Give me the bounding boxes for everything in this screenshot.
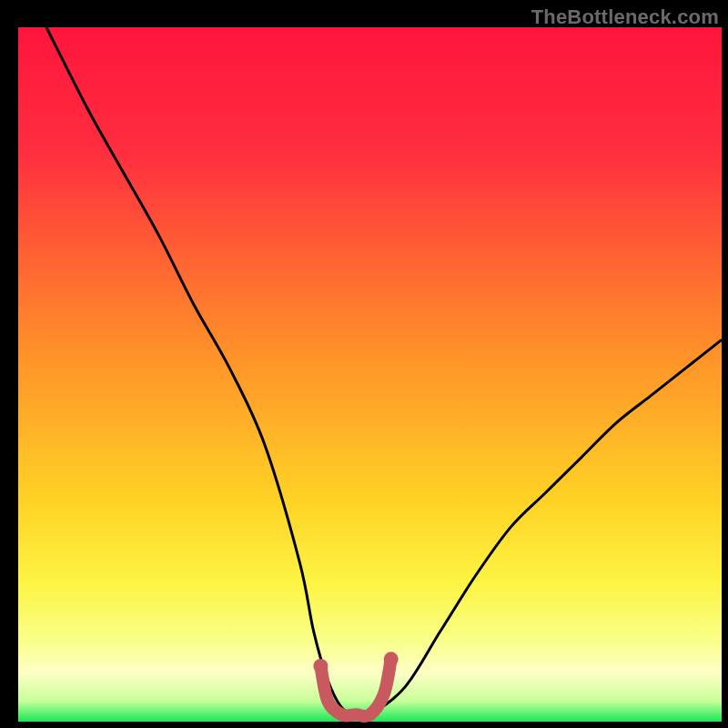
optimal-band-dot <box>313 659 328 673</box>
optimal-band-dot <box>384 652 399 666</box>
watermark-label: TheBottleneck.com <box>531 5 719 29</box>
chart-frame: TheBottleneck.com <box>0 0 728 728</box>
bottleneck-chart <box>0 0 728 728</box>
plot-background <box>18 27 722 722</box>
